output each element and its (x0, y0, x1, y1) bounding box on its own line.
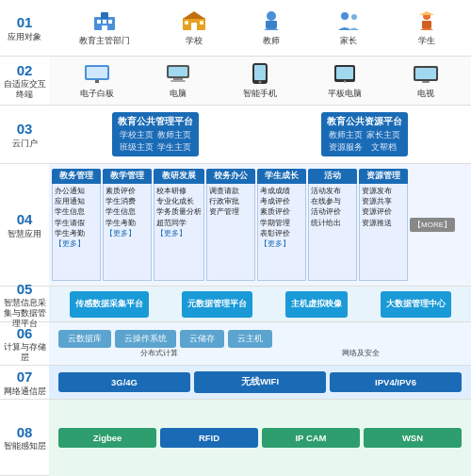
row-label-8: 08 智能感知层 (0, 400, 49, 476)
portal-res-sub1: 教师主页 (329, 130, 363, 141)
row-label-3: 03 云门户 (0, 106, 49, 164)
portal-management-title: 教育公共管理平台 (118, 115, 193, 128)
terminal-computer: 电脑 (164, 61, 192, 100)
row-label-2: 02 自适应交互终端 (0, 57, 49, 106)
svg-rect-8 (191, 23, 197, 30)
svg-point-14 (351, 14, 357, 20)
svg-point-27 (258, 81, 261, 84)
app-item: 学生消费 (106, 196, 149, 206)
svg-rect-5 (102, 25, 107, 30)
phone-icon (246, 61, 274, 86)
net-3g4g: 3G/4G (58, 372, 190, 392)
cloud-storage: 云储存 (180, 330, 224, 348)
app-item: 超范同学 (156, 218, 202, 228)
portal-mgmt-sub1: 学校主页 (120, 130, 154, 141)
row-label-7: 07 网络通信层 (0, 366, 49, 400)
svg-point-30 (343, 80, 345, 82)
app-item: 专业化成长 (156, 196, 202, 206)
svg-point-11 (267, 11, 276, 21)
app-item: 资源评价 (362, 206, 405, 217)
cloud-labels-row: 分布式计算 网络及安全 (55, 348, 465, 358)
svg-rect-4 (108, 20, 112, 24)
content-row-3: 教育公共管理平台 学校主页 教师主页 班级主页 学生主页 教育公共资源平台 教师… (49, 106, 471, 164)
row-title-1: 应用对象 (8, 32, 41, 42)
content-row-1: 教育主管部门 学校 (49, 0, 471, 57)
svg-point-13 (341, 12, 349, 20)
app-col-resource-mgmt: 资源管理 资源发布 资源共享 资源评价 资源推送 (359, 169, 408, 281)
target-student-label: 学生 (418, 35, 435, 47)
cloud-portals: 教育公共管理平台 学校主页 教师主页 班级主页 学生主页 教育公共资源平台 教师… (55, 109, 465, 159)
target-education-dept-label: 教育主管部门 (79, 35, 130, 47)
sense-row-1: Zigbee RFID IP CAM WSN (58, 428, 462, 448)
portal-management-subs: 学校主页 教师主页 班级主页 学生主页 (120, 130, 191, 154)
svg-rect-22 (169, 67, 187, 76)
cloud-label-network: 网络及安全 (260, 348, 462, 358)
student-icon (413, 8, 441, 33)
terminal-phone-label: 智能手机 (243, 88, 277, 100)
content-row-4: 教务管理 办公通知 应用通知 学生信息 学生请假 学生考勤 【更多】 教学管理 (49, 164, 471, 287)
terminal-tv-label: 电视 (417, 88, 434, 100)
portal-res-sub2: 家长主页 (366, 130, 400, 141)
tablet-icon (331, 61, 359, 86)
portal-management: 教育公共管理平台 学校主页 教师主页 班级主页 学生主页 (112, 112, 199, 156)
app-item: 行政审批 (209, 196, 252, 206)
cloud-os: 云操作系统 (115, 330, 176, 348)
app-item: 学务质量分析 (156, 206, 202, 217)
row-num-7: 07 (17, 368, 33, 386)
tv-icon (412, 61, 440, 86)
more-label: 【MORE】 (410, 218, 455, 232)
app-item: 素质评价 (106, 186, 149, 196)
row-title-3: 云门户 (12, 139, 38, 149)
app-items-office: 调查请款 行政审批 资产管理 (206, 184, 255, 281)
net-ipv4v6: IPV4/IPV6 (330, 372, 462, 392)
row-title-7: 网络通信层 (4, 386, 46, 397)
app-col-activity: 活动 活动发布 在线参与 活动评价 统计给出 (308, 169, 357, 281)
target-teacher-label: 教师 (263, 35, 280, 47)
platform-metadata: 元数据管理平台 (182, 291, 252, 318)
teacher-icon (257, 8, 285, 33)
svg-rect-20 (95, 80, 99, 83)
portal-res-sub3: 资源服务 (329, 142, 363, 154)
row-num-3: 03 (17, 120, 33, 139)
terminal-whiteboard-label: 电子白板 (80, 88, 114, 100)
data-platforms: 传感数据采集平台 元数据管理平台 主机虚拟映像 大数据管理中心 (55, 290, 465, 318)
app-item: 学生考勤 (106, 218, 149, 228)
row-num-6: 06 (17, 324, 33, 343)
cloud-boxes-row: 云数据库 云操作系统 云储存 云主机 (55, 330, 465, 348)
app-items-activity: 活动发布 在线参与 活动评价 统计给出 (308, 184, 357, 281)
content-row-5: 传感数据采集平台 元数据管理平台 主机虚拟映像 大数据管理中心 (49, 287, 471, 322)
target-school-label: 学校 (186, 35, 203, 47)
target-education-dept: 教育主管部门 (79, 8, 130, 47)
portal-resources-title: 教育公共资源平台 (327, 115, 402, 128)
svg-rect-10 (200, 21, 203, 25)
platform-virtual: 主机虚拟映像 (285, 291, 348, 318)
svg-rect-3 (103, 20, 106, 24)
app-item: 学生请假 (55, 218, 98, 228)
app-header-research: 教研发展 (154, 169, 204, 184)
app-items-edu-admin: 办公通知 应用通知 学生信息 学生请假 学生考勤 【更多】 (52, 184, 101, 281)
app-item: 活动评价 (311, 206, 354, 217)
app-items-growth: 考成成绩 考成评价 素质评价 学期管理 表彰评价 【更多】 (257, 184, 306, 281)
svg-rect-16 (422, 21, 431, 28)
left-labels: 01 应用对象 02 自适应交互终端 03 云门户 04 智慧应用 05 智慧信… (0, 0, 49, 476)
smart-apps: 教务管理 办公通知 应用通知 学生信息 学生请假 学生考勤 【更多】 教学管理 (52, 167, 468, 283)
svg-rect-23 (173, 78, 183, 80)
row-title-8: 智能感知层 (4, 441, 46, 451)
terminal-tablet: 平板电脑 (328, 61, 362, 100)
smart-apps-grid: 教务管理 办公通知 应用通知 学生信息 学生请假 学生考勤 【更多】 教学管理 (52, 169, 468, 281)
whiteboard-icon (83, 61, 111, 86)
parent-icon (334, 8, 363, 33)
app-item: 学生考勤 (55, 228, 98, 238)
app-header-activity: 活动 (308, 169, 357, 184)
app-item: 资产管理 (209, 206, 252, 217)
terminal-computer-label: 电脑 (170, 88, 187, 100)
app-item-more3: 【更多】 (156, 228, 202, 238)
main-container: 01 应用对象 02 自适应交互终端 03 云门户 04 智慧应用 05 智慧信… (0, 0, 471, 476)
row-label-6: 06 计算与存储层 (0, 322, 49, 366)
app-header-growth: 学生成长 (257, 169, 306, 184)
portal-mgmt-sub2: 教师主页 (157, 130, 191, 141)
app-item: 学期管理 (260, 218, 303, 228)
terminals: 电子白板 电脑 (55, 60, 465, 101)
app-item: 学生信息 (55, 206, 98, 217)
svg-rect-12 (266, 21, 277, 28)
